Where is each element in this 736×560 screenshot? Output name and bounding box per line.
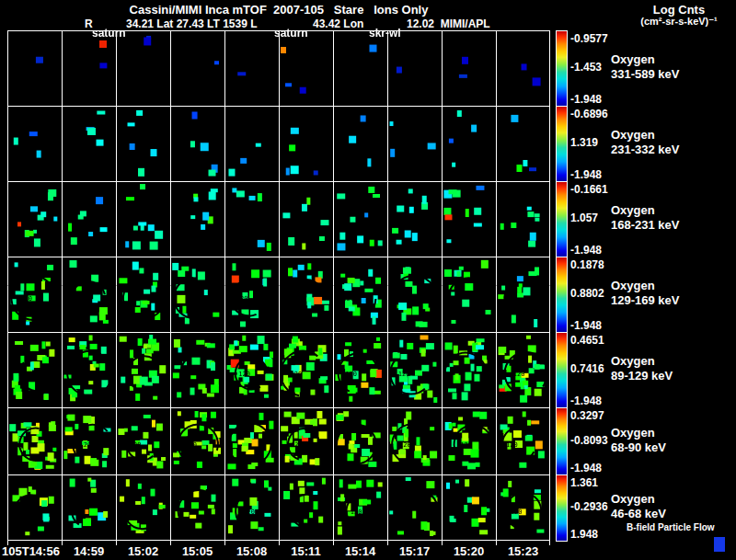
colorbar-tick-top-0: -0.9577 [570, 32, 608, 45]
time-label-3: 15:05 [170, 544, 224, 558]
panel-energy-label-3: 129-169 keV [611, 293, 679, 307]
event-annotation-saturn-1: saturn [92, 27, 126, 40]
time-tick-10 [549, 541, 550, 545]
colorbar-tick-top-4: 0.4651 [570, 334, 604, 347]
colorbar-tick-mid-3: 0.8802 [570, 287, 604, 300]
colorbar-tick-mid-5: -0.8093 [570, 434, 608, 447]
time-label-4: 15:08 [224, 544, 279, 558]
time-label-7: 15:17 [387, 544, 442, 558]
time-label-2: 15:02 [116, 544, 170, 558]
colorbar-tick-top-2: -0.1661 [570, 183, 608, 196]
bfield-flow-label: B-field Particle Flow [627, 522, 715, 532]
panel-energy-label-5: 68-90 keV [611, 440, 666, 454]
colorbar-2 [556, 181, 568, 257]
time-tick-0 [7, 541, 8, 545]
time-tick-1 [62, 541, 63, 545]
time-tick-3 [170, 541, 171, 545]
time-tick-5 [279, 541, 280, 545]
time-label-0: 105T14:56 [2, 544, 60, 558]
panel-species-label-6: Oxygen [611, 492, 655, 506]
time-label-6: 15:14 [333, 544, 387, 558]
colorbar-tick-mid-4: 0.7416 [570, 362, 604, 375]
colorbar-tick-mid-2: 1.057 [570, 211, 598, 224]
ephemeris-longitude: 43.42 Lon [313, 17, 363, 30]
colorbar-tick-bottom-3: -1.948 [570, 319, 602, 332]
colorbar-tick-bottom-4: -1.948 [570, 394, 602, 407]
colorbar-6 [556, 474, 568, 542]
time-tick-2 [116, 541, 117, 545]
bfield-flow-marker [714, 537, 725, 552]
panel-energy-label-1: 231-332 keV [611, 143, 679, 156]
time-tick-4 [224, 541, 225, 545]
panel-species-label-2: Oxygen [611, 203, 655, 217]
time-label-1: 14:59 [62, 544, 116, 558]
colorbar-1 [556, 106, 568, 182]
colorbar-4 [556, 332, 568, 408]
time-label-8: 15:20 [442, 544, 496, 558]
panel-species-label-3: Oxygen [611, 279, 655, 292]
colorbar-tick-top-6: 1.361 [570, 476, 598, 489]
spectrogram-panels-canvas [7, 30, 550, 541]
time-tick-7 [387, 541, 388, 545]
panel-energy-label-2: 168-231 keV [611, 218, 679, 232]
plot-title: Cassini/MIMI Inca mTOF 2007-105 Stare Io… [7, 3, 550, 17]
colorbar-0 [556, 30, 568, 107]
time-label-9: 15:23 [496, 544, 550, 558]
colorbar-tick-bottom-2: -1.948 [570, 244, 602, 257]
colorbar-units: (cm²-sr-s-keV)⁻¹ [607, 16, 736, 28]
time-tick-9 [496, 541, 497, 545]
colorbar-3 [556, 257, 568, 333]
panel-energy-label-4: 89-129 keV [611, 369, 673, 383]
panel-species-label-1: Oxygen [611, 128, 655, 142]
panel-species-label-4: Oxygen [611, 354, 655, 368]
panel-energy-label-0: 331-589 keV [611, 67, 679, 81]
time-tick-8 [442, 541, 443, 545]
colorbar-tick-top-3: 0.1878 [570, 258, 604, 271]
event-annotation-skr: skr-wl [369, 27, 401, 40]
colorbar-tick-mid-6: -0.2936 [570, 500, 608, 513]
colorbar-title: Log Cnts [607, 3, 736, 17]
ephemeris-lshell-source: 12.02 MIMI/APL [407, 17, 490, 30]
event-annotation-saturn-2: saturn [274, 27, 308, 40]
colorbar-tick-top-1: -0.6896 [570, 108, 608, 120]
time-tick-6 [333, 541, 334, 545]
colorbar-tick-bottom-5: -1.948 [570, 462, 602, 474]
colorbar-5 [556, 407, 568, 475]
panel-species-label-5: Oxygen [611, 426, 655, 440]
colorbar-tick-mid-0: -1.453 [570, 61, 602, 74]
colorbar-tick-mid-1: 1.319 [570, 136, 598, 149]
colorbar-tick-top-5: 0.3297 [570, 409, 604, 422]
colorbar-tick-bottom-1: -1.948 [570, 168, 602, 181]
panel-energy-label-6: 46-68 keV [611, 507, 666, 520]
time-label-5: 15:11 [279, 544, 333, 558]
panel-species-label-0: Oxygen [611, 52, 655, 66]
colorbar-tick-bottom-0: -1.948 [570, 93, 602, 106]
colorbar-tick-bottom-6: 1.948 [570, 528, 598, 541]
ephemeris-position: 34.21 Lat 27.43 LT 1539 L [126, 17, 258, 30]
